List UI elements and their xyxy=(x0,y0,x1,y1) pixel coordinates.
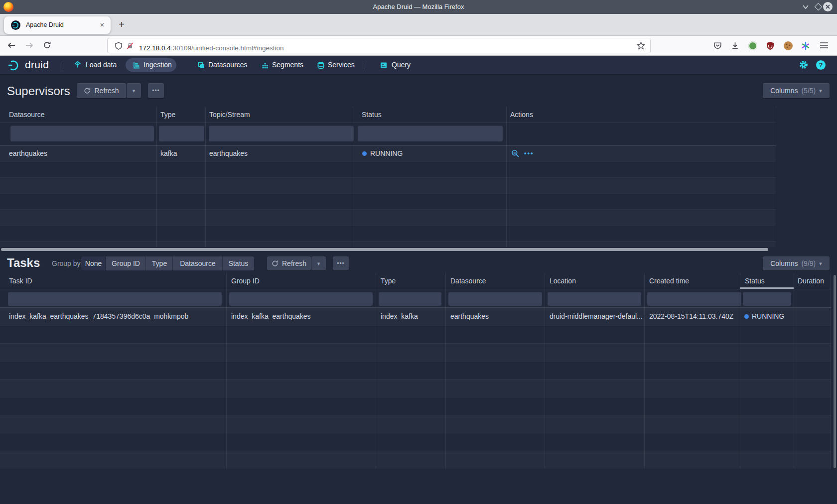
tasks-refresh-button[interactable]: Refresh xyxy=(267,256,311,270)
task-filter-group-id-input[interactable] xyxy=(229,292,373,306)
task-header-location[interactable]: Location xyxy=(550,273,576,289)
task-cell-group-id[interactable]: index_kafka_earthquakes xyxy=(231,307,311,325)
url-text: 172.18.0.4:30109/unified-console.html#in… xyxy=(139,40,283,56)
reload-button[interactable] xyxy=(43,41,51,49)
druid-wordmark[interactable]: druid xyxy=(25,56,49,74)
group-by-group-id-button[interactable]: Group ID xyxy=(106,256,146,270)
sup-header-type[interactable]: Type xyxy=(160,107,175,123)
group-by-datasource-button[interactable]: Datasource xyxy=(173,256,223,270)
table-right-edge xyxy=(831,273,831,469)
sup-header-status[interactable]: Status xyxy=(362,107,382,123)
sup-header-actions[interactable]: Actions xyxy=(510,107,533,123)
gear-icon xyxy=(799,60,809,70)
supervisor-actions-more-button[interactable]: ••• xyxy=(524,145,534,161)
firefox-logo-icon xyxy=(3,2,13,12)
nav-item-datasources[interactable]: Datasources xyxy=(208,56,248,74)
url-path: :30109/unified-console.html#ingestion xyxy=(171,44,284,52)
running-status-dot xyxy=(362,151,367,156)
extension-asterisk-icon[interactable] xyxy=(801,41,810,50)
group-by-none-button[interactable]: None xyxy=(81,256,106,270)
settings-gear-button[interactable] xyxy=(799,60,809,70)
pocket-button[interactable] xyxy=(713,42,722,50)
back-button[interactable] xyxy=(7,41,16,49)
task-filter-task-id-input[interactable] xyxy=(8,292,222,306)
sup-filter-datasource-input[interactable] xyxy=(10,126,154,141)
tasks-refresh-caret-button[interactable]: ▾ xyxy=(311,256,326,270)
sup-filter-type-input[interactable] xyxy=(159,126,204,141)
downloads-button[interactable] xyxy=(731,41,739,50)
nav-item-ingestion[interactable]: Ingestion xyxy=(143,56,172,74)
extension-cookie-icon[interactable] xyxy=(784,41,793,50)
supervisors-columns-button[interactable]: Columns (5/5) ▾ xyxy=(763,83,830,98)
sup-header-topic-stream[interactable]: Topic/Stream xyxy=(209,107,250,123)
tasks-columns-button[interactable]: Columns (9/9) ▾ xyxy=(763,256,830,270)
task-cell-datasource[interactable]: earthquakes xyxy=(450,307,489,325)
task-cell-status[interactable]: RUNNING xyxy=(752,307,784,325)
task-filter-datasource-input[interactable] xyxy=(448,292,542,306)
columns-label: Columns xyxy=(770,87,798,95)
new-tab-button[interactable]: + xyxy=(114,17,130,33)
task-cell-created-time[interactable]: 2022-08-15T14:11:03.740Z xyxy=(649,307,733,325)
segments-icon xyxy=(261,61,269,69)
window-minimize-button[interactable] xyxy=(802,4,809,9)
tab-title: Apache Druid xyxy=(26,16,64,34)
sup-cell-status[interactable]: RUNNING xyxy=(370,145,403,161)
task-header-status-sorted[interactable]: Status xyxy=(745,273,765,289)
url-bar[interactable]: 172.18.0.4:30109/unified-console.html#in… xyxy=(107,38,651,53)
pocket-icon xyxy=(713,42,722,50)
task-cell-location[interactable]: druid-middlemanager-defaul... xyxy=(550,307,643,325)
tracking-shield-icon[interactable] xyxy=(115,42,123,50)
chevron-down-icon xyxy=(802,4,809,9)
task-header-created-time[interactable]: Created time xyxy=(649,273,689,289)
datasources-icon xyxy=(197,61,205,69)
window-title: Apache Druid — Mozilla Firefox xyxy=(0,0,837,14)
refresh-icon xyxy=(272,260,279,267)
task-cell-type[interactable]: index_kafka xyxy=(381,307,418,325)
navbar-divider xyxy=(363,61,363,69)
bookmark-star-button[interactable] xyxy=(637,41,645,50)
sup-cell-type[interactable]: kafka xyxy=(160,145,177,161)
tasks-title: Tasks xyxy=(7,255,40,271)
task-cell-task-id[interactable]: index_kafka_earthquakes_7184357396d6c0a_… xyxy=(9,307,188,325)
task-header-datasource[interactable]: Datasource xyxy=(450,273,486,289)
task-filter-type-input[interactable] xyxy=(379,292,441,306)
sup-cell-datasource[interactable]: earthquakes xyxy=(9,145,47,161)
nav-item-services[interactable]: Services xyxy=(328,56,355,74)
nav-item-query[interactable]: Query xyxy=(392,56,411,74)
insecure-lock-icon[interactable] xyxy=(126,42,134,50)
task-filter-location-input[interactable] xyxy=(548,292,641,306)
magnifier-details-icon xyxy=(511,149,520,158)
tasks-more-button[interactable]: ••• xyxy=(333,256,349,270)
extension-green-icon[interactable] xyxy=(748,41,757,50)
window-close-button[interactable] xyxy=(823,2,833,11)
menu-button[interactable] xyxy=(820,42,829,49)
sup-cell-topic[interactable]: earthquakes xyxy=(209,145,248,161)
supervisors-refresh-button[interactable]: Refresh xyxy=(77,83,126,98)
tasks-vertical-scrollbar[interactable] xyxy=(834,275,836,468)
task-header-type[interactable]: Type xyxy=(381,273,396,289)
help-button[interactable]: ? xyxy=(816,60,826,70)
sup-horizontal-scrollbar[interactable] xyxy=(1,248,768,251)
tab-close-button[interactable]: × xyxy=(95,16,109,34)
extension-ublock-icon[interactable] xyxy=(766,41,775,50)
task-filter-status-input[interactable] xyxy=(743,292,791,306)
forward-button[interactable] xyxy=(25,41,34,49)
table-header-divider xyxy=(0,289,831,289)
sup-header-datasource[interactable]: Datasource xyxy=(9,107,45,123)
group-by-type-button[interactable]: Type xyxy=(146,256,173,270)
task-header-task-id[interactable]: Task ID xyxy=(9,273,32,289)
druid-logo-icon[interactable] xyxy=(7,58,21,72)
supervisors-refresh-caret-button[interactable]: ▾ xyxy=(127,83,141,98)
sup-filter-topic-input[interactable] xyxy=(209,126,354,141)
browser-tab[interactable]: Apache Druid × xyxy=(4,16,111,34)
nav-item-load-data[interactable]: Load data xyxy=(86,56,117,74)
supervisors-more-button[interactable]: ••• xyxy=(148,83,164,98)
sup-filter-status-input[interactable] xyxy=(358,126,503,141)
task-filter-created-time-input[interactable] xyxy=(647,292,741,306)
task-header-duration[interactable]: Duration xyxy=(798,273,824,289)
task-header-group-id[interactable]: Group ID xyxy=(231,273,260,289)
nav-item-segments[interactable]: Segments xyxy=(272,56,303,74)
group-by-status-button[interactable]: Status xyxy=(223,256,254,270)
chevron-down-icon: ▾ xyxy=(317,260,320,267)
supervisor-inspect-button[interactable] xyxy=(511,149,520,158)
